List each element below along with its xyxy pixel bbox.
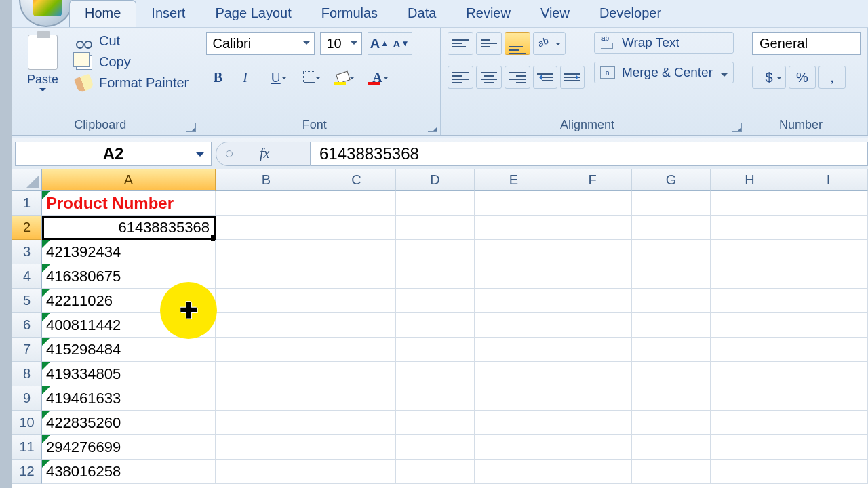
underline-button[interactable]: U [260,66,290,89]
tab-data[interactable]: Data [393,1,451,27]
align-right-button[interactable] [505,66,530,89]
row-header-5[interactable]: 5 [12,289,42,313]
percent-format-button[interactable]: % [789,66,816,89]
col-header-b[interactable]: B [216,169,317,191]
cell[interactable] [789,338,868,362]
col-header-f[interactable]: F [553,169,632,191]
cell[interactable] [553,386,632,411]
cell[interactable] [317,460,396,484]
cell[interactable] [317,313,396,338]
row-header-10[interactable]: 10 [12,411,42,435]
cell[interactable] [317,264,396,289]
cell-e1[interactable] [475,191,553,216]
cell[interactable] [632,240,711,264]
cell[interactable] [216,386,317,411]
cell[interactable] [789,460,868,484]
cell[interactable] [396,386,475,411]
office-button[interactable] [19,0,73,27]
cell[interactable] [216,240,317,264]
tab-page-layout[interactable]: Page Layout [200,1,306,27]
cell-b1[interactable] [216,191,317,216]
align-top-button[interactable] [448,32,473,55]
cell[interactable] [396,264,475,289]
col-header-c[interactable]: C [317,169,396,191]
chevron-down-icon[interactable] [39,88,46,92]
cell[interactable] [711,240,789,264]
cell[interactable] [396,313,475,338]
cell-d1[interactable] [396,191,475,216]
cell[interactable] [475,362,553,386]
row-header-3[interactable]: 3 [12,240,42,264]
border-button[interactable] [294,66,324,89]
cell[interactable] [632,264,711,289]
cell[interactable] [632,289,711,313]
cell-h2[interactable] [711,216,789,240]
cell-a1[interactable]: Product Number [42,191,216,216]
font-color-button[interactable]: A [362,66,392,89]
cell[interactable] [632,460,711,484]
tab-home[interactable]: Home [69,0,136,27]
cell[interactable] [789,240,868,264]
tab-view[interactable]: View [526,1,585,27]
cell[interactable] [632,362,711,386]
paste-button[interactable]: Paste [19,32,66,92]
cell[interactable] [711,362,789,386]
cut-button[interactable]: Cut [76,33,189,49]
cell[interactable] [553,240,632,264]
cell[interactable] [317,338,396,362]
cell[interactable] [396,240,475,264]
italic-button[interactable]: I [233,66,256,89]
grow-font-button[interactable]: A▲ [368,33,390,54]
cell-i1[interactable] [789,191,868,216]
cell[interactable] [216,338,317,362]
comma-format-button[interactable]: , [818,66,846,89]
tab-developer[interactable]: Developer [585,1,676,27]
cell[interactable] [711,386,789,411]
cell[interactable] [789,362,868,386]
cell[interactable] [216,411,317,435]
cell-i2[interactable] [789,216,868,240]
row-header-4[interactable]: 4 [12,264,42,289]
decrease-indent-button[interactable] [533,66,557,89]
cell[interactable] [317,386,396,411]
cell[interactable] [553,362,632,386]
cell-d2[interactable] [396,216,475,240]
cell[interactable] [789,435,868,460]
cell[interactable] [632,386,711,411]
col-header-g[interactable]: G [632,169,711,191]
cell[interactable] [317,362,396,386]
row-header-12[interactable]: 12 [12,460,42,484]
cell[interactable] [789,289,868,313]
cell[interactable] [396,338,475,362]
cell-c2[interactable] [317,216,396,240]
fill-color-button[interactable] [328,66,358,89]
cell[interactable] [475,435,553,460]
cell[interactable] [317,411,396,435]
row-header-8[interactable]: 8 [12,362,42,386]
fx-icon[interactable]: fx [260,146,269,161]
row-header-9[interactable]: 9 [12,386,42,411]
cell[interactable] [632,313,711,338]
col-header-a[interactable]: A [42,169,216,191]
format-painter-button[interactable]: Format Painter [76,75,189,91]
cell[interactable] [475,264,553,289]
cell-f2[interactable] [553,216,632,240]
increase-indent-button[interactable] [560,66,585,89]
formula-input[interactable]: 61438835368 [311,142,868,166]
col-header-e[interactable]: E [475,169,553,191]
cell[interactable] [553,338,632,362]
cell[interactable] [396,435,475,460]
cell[interactable] [475,289,553,313]
cell-a2[interactable]: 61438835368 [42,216,216,240]
cell[interactable] [789,386,868,411]
cancel-icon[interactable] [226,150,233,157]
cell[interactable] [789,313,868,338]
cell[interactable] [216,264,317,289]
align-bottom-button[interactable] [505,32,530,55]
cell[interactable] [396,289,475,313]
row-header-1[interactable]: 1 [12,191,42,216]
cell[interactable] [711,264,789,289]
cell[interactable] [216,289,317,313]
cell-a11[interactable]: 294276699 [42,435,216,460]
cell-a12[interactable]: 438016258 [42,460,216,484]
